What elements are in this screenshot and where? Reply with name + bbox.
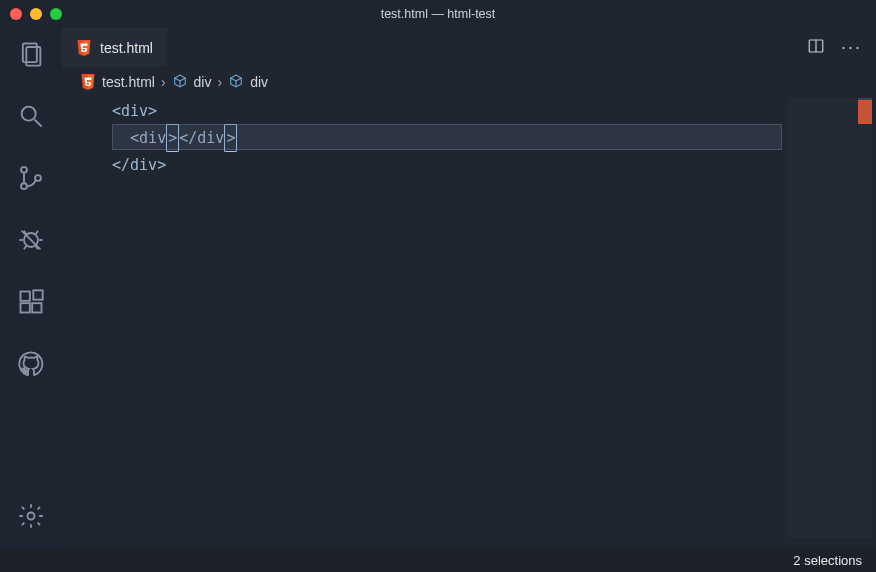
more-actions-icon[interactable]: ··· [841,37,862,58]
github-icon[interactable] [17,350,45,378]
debug-icon[interactable] [17,226,45,254]
minimize-window-icon[interactable] [30,8,42,20]
svg-rect-15 [21,292,30,301]
minimap[interactable] [786,98,872,538]
svg-point-5 [21,183,27,189]
code-editor[interactable]: <div> <div></div> </div> [62,96,876,548]
svg-point-6 [35,175,41,181]
maximize-window-icon[interactable] [50,8,62,20]
code-line-2: <div></div> [112,124,876,152]
svg-line-13 [24,246,26,250]
main-body: test.html ··· test.html › div › [0,28,876,548]
split-editor-icon[interactable] [807,37,825,59]
cursor-1: > [166,124,179,152]
window-controls [10,8,62,20]
search-icon[interactable] [17,102,45,130]
svg-line-12 [36,231,38,235]
explorer-icon[interactable] [17,40,45,68]
chevron-right-icon: › [217,74,222,90]
activity-bar [0,28,62,548]
tab-bar: test.html ··· [62,28,876,68]
code-line-3: </div> [112,152,876,178]
minimap-decoration [858,100,872,124]
svg-point-4 [21,167,27,173]
svg-rect-16 [21,303,30,312]
settings-gear-icon[interactable] [17,502,45,530]
svg-point-2 [22,107,36,121]
tab-actions: ··· [793,28,876,67]
svg-line-3 [35,120,42,127]
tab-test-html[interactable]: test.html [62,28,167,67]
chevron-right-icon: › [161,74,166,90]
svg-rect-18 [33,290,42,299]
svg-point-19 [28,513,35,520]
breadcrumb-symbol-2: div [250,74,268,90]
symbol-icon [172,73,188,92]
title-bar: test.html — html-test [0,0,876,28]
status-selections[interactable]: 2 selections [793,553,862,568]
close-window-icon[interactable] [10,8,22,20]
status-bar[interactable]: 2 selections [0,548,876,572]
breadcrumb-symbol-1: div [194,74,212,90]
source-control-icon[interactable] [17,164,45,192]
editor-group: test.html ··· test.html › div › [62,28,876,548]
symbol-icon [228,73,244,92]
svg-rect-17 [32,303,41,312]
window-title: test.html — html-test [0,7,876,21]
code-line-1: <div> [112,98,876,124]
cursor-2: > [224,124,237,152]
html5-icon [76,39,92,57]
breadcrumb-file: test.html [102,74,155,90]
tab-label: test.html [100,40,153,56]
html5-icon [80,73,96,91]
breadcrumb[interactable]: test.html › div › div [62,68,876,96]
extensions-icon[interactable] [17,288,45,316]
